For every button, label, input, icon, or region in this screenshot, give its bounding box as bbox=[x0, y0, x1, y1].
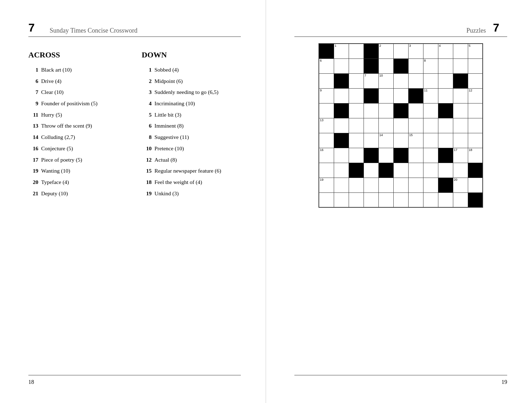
grid-cell bbox=[334, 88, 349, 103]
grid-cell bbox=[423, 133, 438, 148]
down-clue-item: 12Actual (8) bbox=[142, 156, 241, 164]
grid-cell: 15 bbox=[408, 133, 423, 148]
clue-text: Pretence (10) bbox=[155, 145, 241, 152]
down-header: DOWN bbox=[142, 50, 241, 60]
grid-cell bbox=[453, 88, 468, 103]
down-clue-item: 3Suddenly needing to go (6,5) bbox=[142, 88, 241, 96]
grid-cell: 18 bbox=[468, 148, 483, 163]
grid-cell bbox=[378, 163, 393, 178]
clue-text: Suggestive (11) bbox=[155, 133, 241, 141]
grid-cell bbox=[334, 73, 349, 88]
grid-cell bbox=[378, 178, 393, 192]
right-footer-number: 19 bbox=[501, 379, 507, 385]
grid-cell: 10 bbox=[378, 73, 393, 88]
grid-cell bbox=[423, 192, 438, 207]
grid-cell bbox=[468, 118, 483, 133]
grid-cell bbox=[349, 133, 364, 148]
grid-cell: 7 bbox=[364, 73, 378, 88]
down-clue-item: 18Feel the weight of (4) bbox=[142, 178, 241, 186]
down-clue-item: 5Little bit (3) bbox=[142, 111, 241, 119]
grid-cell bbox=[438, 163, 453, 178]
grid-cell bbox=[453, 103, 468, 118]
grid-cell: 4 bbox=[438, 44, 453, 58]
cell-number-label: 8 bbox=[424, 59, 426, 62]
grid-cell: 11 bbox=[423, 88, 438, 103]
grid-cell bbox=[319, 44, 334, 58]
down-clue-item: 2Midpoint (6) bbox=[142, 77, 241, 85]
grid-cell bbox=[349, 88, 364, 103]
across-clue-item: 7Clear (10) bbox=[28, 88, 128, 96]
clue-number: 17 bbox=[28, 156, 38, 164]
grid-cell bbox=[319, 73, 334, 88]
grid-cell bbox=[468, 192, 483, 207]
grid-cell bbox=[364, 103, 378, 118]
down-clue-item: 1Sobbed (4) bbox=[142, 66, 241, 74]
grid-cell: 12 bbox=[468, 88, 483, 103]
grid-cell bbox=[453, 133, 468, 148]
left-footer: 18 bbox=[28, 375, 241, 385]
grid-cell bbox=[408, 88, 423, 103]
down-clue-item: 4Incriminating (10) bbox=[142, 100, 241, 107]
grid-cell bbox=[378, 58, 393, 73]
cell-number-label: 1 bbox=[335, 44, 337, 47]
across-header: ACROSS bbox=[28, 50, 128, 60]
crossword-area: 1234568710911121314151617181920 bbox=[294, 40, 507, 375]
grid-cell bbox=[349, 118, 364, 133]
grid-cell bbox=[393, 133, 408, 148]
down-clue-item: 15Regular newspaper feature (6) bbox=[142, 167, 241, 175]
grid-cell bbox=[438, 178, 453, 192]
grid-cell bbox=[349, 44, 364, 58]
cell-number-label: 11 bbox=[424, 89, 428, 92]
clue-text: Unkind (3) bbox=[155, 190, 241, 197]
grid-cell bbox=[393, 192, 408, 207]
grid-cell bbox=[438, 58, 453, 73]
grid-cell bbox=[319, 103, 334, 118]
grid-cell bbox=[334, 58, 349, 73]
grid-cell bbox=[364, 163, 378, 178]
grid-cell bbox=[453, 192, 468, 207]
grid-cell bbox=[349, 192, 364, 207]
grid-cell: 17 bbox=[453, 148, 468, 163]
cell-number-label: 7 bbox=[365, 74, 366, 77]
right-page-number: 7 bbox=[493, 21, 507, 34]
clue-text: Hurry (5) bbox=[41, 111, 128, 119]
clue-number: 6 bbox=[28, 77, 38, 85]
cell-number-label: 4 bbox=[439, 44, 441, 47]
clue-number: 9 bbox=[28, 100, 38, 107]
grid-cell bbox=[438, 88, 453, 103]
grid-cell: 20 bbox=[453, 178, 468, 192]
clue-number: 10 bbox=[142, 145, 152, 152]
clue-text: Deputy (10) bbox=[41, 190, 128, 197]
across-clue-item: 17Piece of poetry (5) bbox=[28, 156, 128, 164]
cell-number-label: 12 bbox=[469, 89, 472, 92]
right-footer: 19 bbox=[294, 375, 507, 385]
cell-number-label: 2 bbox=[379, 44, 381, 47]
cell-number-label: 13 bbox=[320, 119, 323, 122]
grid-cell bbox=[334, 163, 349, 178]
across-clue-item: 9Founder of positivism (5) bbox=[28, 100, 128, 107]
grid-cell bbox=[393, 178, 408, 192]
cell-number-label: 14 bbox=[379, 134, 383, 137]
clue-text: Incriminating (10) bbox=[155, 100, 241, 107]
grid-cell bbox=[453, 73, 468, 88]
grid-cell bbox=[393, 58, 408, 73]
grid-cell bbox=[408, 103, 423, 118]
clue-text: Typeface (4) bbox=[41, 178, 128, 186]
clue-number: 1 bbox=[142, 66, 152, 74]
grid-cell bbox=[393, 88, 408, 103]
grid-cell bbox=[438, 103, 453, 118]
grid-cell: 8 bbox=[423, 58, 438, 73]
cell-number-label: 20 bbox=[454, 178, 458, 181]
grid-cell bbox=[378, 192, 393, 207]
clue-number: 20 bbox=[28, 178, 38, 186]
grid-cell bbox=[408, 58, 423, 73]
grid-cell bbox=[334, 148, 349, 163]
grid-cell bbox=[408, 148, 423, 163]
grid-cell bbox=[334, 118, 349, 133]
right-header: Puzzles 7 bbox=[294, 21, 507, 37]
cell-number-label: 5 bbox=[469, 44, 471, 47]
grid-cell: 1 bbox=[334, 44, 349, 58]
grid-cell bbox=[468, 103, 483, 118]
clue-text: Regular newspaper feature (6) bbox=[155, 167, 241, 175]
grid-cell bbox=[423, 178, 438, 192]
